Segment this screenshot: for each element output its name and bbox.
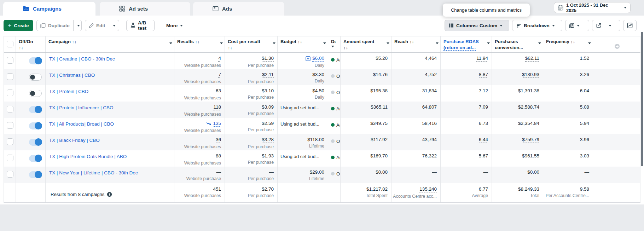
campaign-toggle[interactable]: [29, 57, 42, 64]
budget-value[interactable]: $6.00: [312, 56, 324, 62]
campaigns-table: Off/On↑↓Campaign ↑↓Results ↑↓Cost per re…: [4, 36, 640, 203]
column-header-reach[interactable]: Reach ↑↓: [391, 36, 441, 52]
delivery-status-dot: [331, 156, 335, 159]
campaign-link[interactable]: TX | Black Friday | CBO: [49, 138, 100, 143]
column-header-onoff[interactable]: Off/On↑↓: [16, 36, 46, 52]
cost-value: $2.70: [262, 186, 274, 192]
campaign-toggle[interactable]: [29, 122, 42, 129]
conv-value: $2,354.84: [518, 121, 539, 126]
value-line: 6.73: [479, 121, 488, 126]
campaign-link[interactable]: TX | All Products| Broad | CBO: [49, 121, 114, 127]
conv-cell: $2,354.84: [492, 118, 543, 134]
edit-button[interactable]: Edit: [85, 20, 109, 31]
campaign-link[interactable]: TX | Protein | Influencer | CBO: [49, 105, 114, 110]
campaign-link[interactable]: TX | High Protein Oats Bundle | ABO: [49, 154, 127, 159]
delivery-status: Active: [336, 155, 341, 160]
campaign-toggle[interactable]: [29, 171, 42, 178]
duplicate-dropdown-button[interactable]: [73, 20, 83, 31]
roas-cell: 6.77Average: [441, 183, 492, 202]
campaign-toggle[interactable]: [29, 106, 42, 113]
row-checkbox[interactable]: [7, 171, 13, 178]
value-line: 31,834: [422, 88, 437, 93]
tab-campaigns[interactable]: Campaigns: [3, 2, 95, 16]
columns-button[interactable]: Columns: Custom: [445, 20, 509, 31]
results-sublabel: Website purchases: [184, 161, 221, 166]
tab-ads[interactable]: Ads: [193, 2, 284, 16]
cost-value: $3.10: [262, 88, 274, 93]
reports-button-group: [565, 20, 589, 31]
campaign-link[interactable]: TX | Creatine | CBO - 30th Dec: [49, 56, 115, 62]
campaign-link[interactable]: TX | Christmas | CBO: [49, 73, 95, 78]
more-button[interactable]: More: [162, 20, 181, 31]
value-line: $6.00: [306, 56, 324, 62]
budget-sublabel: Lifetime: [309, 144, 324, 149]
row-checkbox[interactable]: [7, 138, 13, 145]
campaign-link[interactable]: TX | New Year | Lifetime | CBO - 30th De…: [49, 170, 138, 175]
reach-value: 43,794: [422, 137, 437, 142]
ab-test-button[interactable]: A/B test: [126, 20, 155, 31]
column-header-budget[interactable]: Budget ↑↓: [278, 36, 328, 52]
value-line: 6.77: [479, 186, 488, 192]
column-header-cost[interactable]: Cost per result↑↓: [225, 36, 278, 52]
date-range-button[interactable]: 1 Oct 2025 - 31 Dec 2025: [554, 2, 631, 13]
results-sublabel: Website purchases: [184, 96, 221, 100]
value-line: $2.59: [262, 121, 274, 126]
row-checkbox[interactable]: [7, 122, 13, 129]
value-line: $117.92: [371, 137, 388, 142]
value-line: —: [269, 169, 274, 175]
delivery-cell: Off: [328, 167, 341, 183]
cost-cell: $1.93Per purchase: [225, 150, 278, 167]
campaign-toggle[interactable]: [29, 74, 42, 81]
add-column-icon: [614, 40, 620, 52]
value-line: $2,354.84: [518, 121, 539, 126]
campaign-link[interactable]: TX | Protein | CBO: [49, 89, 88, 94]
table-row: TX | Creatine | CBO - 30th Dec4Website p…: [4, 53, 640, 69]
summary-label-cell: Results from 8 campaigns: [46, 183, 174, 202]
chevron-down-icon: [436, 42, 439, 44]
row-checkbox[interactable]: [7, 57, 13, 64]
results-value[interactable]: 135: [213, 121, 221, 127]
column-header-results[interactable]: Results ↑↓: [174, 36, 225, 52]
edit-dropdown-button[interactable]: [109, 20, 119, 31]
view-charts-button[interactable]: [623, 20, 637, 31]
cost-value: $2.59: [262, 121, 274, 126]
vertical-scrollbar[interactable]: [641, 32, 643, 166]
conv-value: $961.55: [522, 153, 539, 158]
campaign-name-cell: TX | New Year | Lifetime | CBO - 30th De…: [46, 167, 174, 183]
conv-cell: $130.93: [492, 69, 543, 85]
column-header-freq[interactable]: Frequency ↑↓: [543, 36, 593, 52]
row-checkbox[interactable]: [7, 73, 13, 80]
create-button[interactable]: + Create: [4, 20, 33, 31]
value-line: 3.96: [580, 137, 589, 142]
row-checkbox[interactable]: [7, 106, 13, 112]
reports-button[interactable]: [565, 20, 583, 31]
row-checkbox[interactable]: [7, 155, 13, 161]
tab-ad-sets[interactable]: Ad sets: [100, 2, 190, 16]
campaign-toggle[interactable]: [29, 139, 42, 146]
header-line-2: ↑↓: [343, 45, 389, 51]
column-header-add: [593, 36, 640, 52]
row-checkbox[interactable]: [7, 89, 13, 96]
value-line: $1,217.82: [366, 186, 388, 192]
column-header-name[interactable]: Campaign ↑↓: [46, 36, 174, 52]
column-header-label: Amount spent↑↓: [343, 39, 389, 51]
column-header-roas[interactable]: Purchase ROAS(return on ad...: [441, 36, 492, 52]
column-header-conv[interactable]: Purchasesconversion...: [492, 36, 543, 52]
select-all-checkbox[interactable]: [7, 41, 13, 47]
onoff-cell: [16, 102, 46, 118]
breakdown-button[interactable]: Breakdown: [512, 20, 562, 31]
budget-value: $4.50: [312, 88, 324, 93]
export-button[interactable]: [592, 20, 605, 31]
campaign-toggle[interactable]: [29, 90, 42, 97]
value-line: 3.03: [580, 153, 589, 158]
footer-onoff-cell: [16, 183, 46, 202]
cost-cell: $2.70Per purchase: [225, 183, 278, 202]
column-header-delivery[interactable]: Delivery ↑↓: [328, 36, 341, 52]
duplicate-button[interactable]: Duplicate: [37, 20, 73, 31]
cost-value: $1.30: [262, 56, 274, 62]
freq-cell: 9.58Per Accounts Centre...: [543, 183, 593, 202]
export-dropdown-button[interactable]: [605, 20, 615, 31]
spent-cell: $0.00: [341, 167, 391, 183]
column-header-spent[interactable]: Amount spent↑↓: [341, 36, 391, 52]
campaign-toggle[interactable]: [29, 155, 42, 162]
